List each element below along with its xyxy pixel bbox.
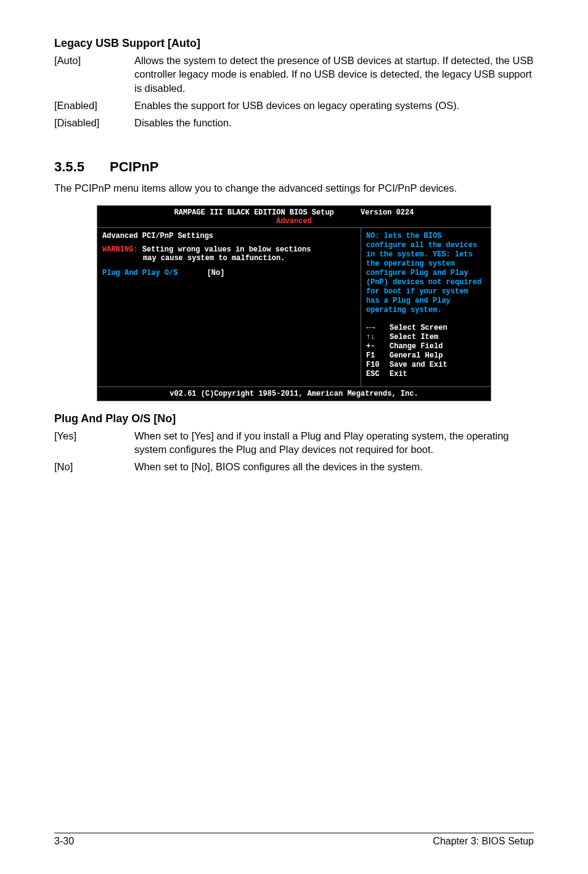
bios-item-row[interactable]: Plug And Play O/S [No] [102,269,356,277]
bios-title-left: RAMPAGE III BLACK EDITION BIOS Setup [174,208,334,217]
bios-nav-row: ←→Select Screen [366,324,486,333]
bios-warning-label: WARNING: [102,245,138,254]
option-val: When set to [Yes] and if you install a P… [134,429,534,457]
legacy-title: Legacy USB Support [Auto] [54,37,534,50]
plug-row: [No] When set to [No], BIOS configures a… [54,460,534,473]
bios-nav-row: F1General Help [366,351,486,361]
option-val: When set to [No], BIOS configures all th… [134,460,534,473]
option-val: Allows the system to detect the presence… [134,54,534,95]
nav-action: Save and Exit [390,361,447,370]
option-key: [Auto] [54,54,134,95]
bios-item-label: Plug And Play O/S [102,269,178,277]
option-key: [Enabled] [54,99,134,112]
legacy-row: [Enabled] Enables the support for USB de… [54,99,534,112]
bios-right-pane: NO: lets the BIOS configure all the devi… [361,228,491,386]
nav-key: ←→ [366,324,390,333]
bios-nav-row: ↑↓Select Item [366,333,486,342]
bios-item-value: [No] [207,269,225,277]
section-number: 3.5.5 [54,159,110,175]
legacy-row: [Disabled] Disables the function. [54,116,534,129]
legacy-list: [Auto] Allows the system to detect the p… [54,54,534,129]
bios-nav-row: F10Save and Exit [366,361,486,370]
nav-key: ESC [366,370,390,379]
nav-key: F1 [366,351,390,361]
bios-nav-row: ESCExit [366,370,486,379]
nav-key: F10 [366,361,390,370]
bios-left-pane: Advanced PCI/PnP Settings WARNING: Setti… [97,228,361,386]
section-title: PCIPnP [110,159,158,174]
option-key: [Disabled] [54,116,134,129]
nav-action: Change Field [390,342,443,351]
bios-tab-advanced[interactable]: Advanced [97,217,491,228]
bios-title-right: Version 0224 [361,208,414,217]
page-number: 3-30 [54,836,74,847]
nav-action: Exit [390,370,407,379]
nav-key: +- [366,342,390,351]
bios-title-bar: RAMPAGE III BLACK EDITION BIOS Setup Ver… [97,206,491,217]
bios-warning-text2: may cause system to malfunction. [102,254,356,263]
option-key: [No] [54,460,134,473]
bios-footer: v02.61 (C)Copyright 1985-2011, American … [97,386,491,401]
page-footer: 3-30 Chapter 3: BIOS Setup [54,833,534,847]
nav-action: Select Screen [390,324,447,333]
option-key: [Yes] [54,429,134,457]
legacy-row: [Auto] Allows the system to detect the p… [54,54,534,95]
bios-left-heading: Advanced PCI/PnP Settings [102,232,356,240]
nav-action: General Help [390,351,443,361]
pcipnp-intro: The PCIPnP menu items allow you to chang… [54,181,534,195]
bios-screen: RAMPAGE III BLACK EDITION BIOS Setup Ver… [97,205,491,401]
option-val: Disables the function. [134,116,534,129]
bios-nav-row: +-Change Field [366,342,486,351]
bios-body: Advanced PCI/PnP Settings WARNING: Setti… [97,228,491,386]
bios-help-text: NO: lets the BIOS configure all the devi… [366,232,486,315]
plug-list: [Yes] When set to [Yes] and if you insta… [54,429,534,474]
plug-title: Plug And Play O/S [No] [54,412,534,425]
option-val: Enables the support for USB devices on l… [134,99,534,112]
nav-key: ↑↓ [366,333,390,342]
bios-warning: WARNING: Setting wrong values in below s… [102,245,356,254]
plug-row: [Yes] When set to [Yes] and if you insta… [54,429,534,457]
chapter-label: Chapter 3: BIOS Setup [433,836,534,847]
bios-warning-text: Setting wrong values in below sections [142,245,311,254]
nav-action: Select Item [390,333,438,342]
bios-nav-keys: ←→Select Screen ↑↓Select Item +-Change F… [366,324,486,379]
pcipnp-heading: 3.5.5PCIPnP [54,159,534,175]
